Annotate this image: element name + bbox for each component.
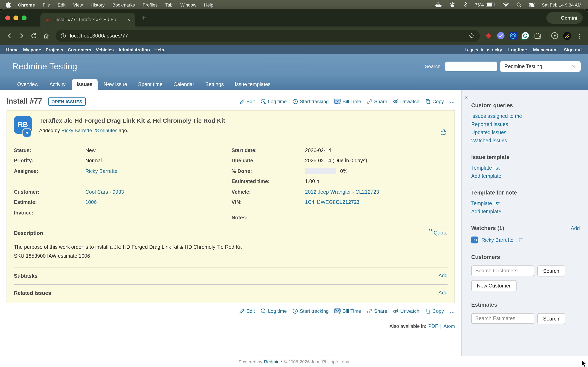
back-button[interactable] (3, 30, 16, 42)
docker-icon[interactable] (434, 2, 442, 8)
search-estimates-input[interactable] (471, 313, 534, 324)
battery-status[interactable]: 75% (475, 2, 495, 7)
thumbs-up-icon[interactable] (440, 128, 447, 135)
query-issues-assigned[interactable]: Issues assigned to me (471, 113, 580, 119)
extension-at-icon[interactable] (509, 32, 517, 40)
customer-value[interactable]: Cool Cars - 9933 (85, 189, 124, 195)
search-customers-button[interactable]: Search (537, 266, 565, 276)
delete-watcher-trash-icon[interactable] (518, 237, 523, 243)
home-button[interactable] (40, 30, 52, 42)
edit-link-bottom[interactable]: Edit (239, 308, 255, 314)
menu-view[interactable]: View (73, 2, 83, 7)
atom-link[interactable]: Atom (443, 323, 455, 329)
extensions-puzzle-icon[interactable] (534, 32, 541, 40)
tab-issue-templates[interactable]: Issue templates (230, 79, 276, 90)
quote-link[interactable]: ” Quote (429, 230, 448, 236)
menu-bookmarks[interactable]: Bookmarks (112, 2, 135, 7)
search-estimates-button[interactable]: Search (537, 313, 565, 324)
topmenu-vehicles[interactable]: Vehicles (96, 47, 114, 52)
author-link[interactable]: Ricky Barrette (61, 128, 92, 133)
created-time-link[interactable]: 28 minutes (94, 128, 117, 133)
topmenu-administration[interactable]: Administration (118, 47, 150, 52)
bookmark-star-icon[interactable] (468, 33, 475, 39)
tab-activity[interactable]: Activity (44, 79, 70, 90)
log-time-link[interactable]: Log time (260, 99, 287, 104)
project-jump-select[interactable]: Redmine Testing (500, 61, 581, 72)
query-watched-issues[interactable]: Watched issues (471, 138, 580, 143)
search-input[interactable] (445, 62, 497, 71)
topmenu-log-time[interactable]: Log time (508, 47, 527, 52)
sidebar-collapse-icon[interactable]: » (465, 93, 468, 100)
seahorse-icon[interactable] (462, 2, 468, 8)
menu-help[interactable]: Help (204, 2, 213, 7)
note-template-add-link[interactable]: Add template (471, 209, 580, 215)
window-zoom-button[interactable] (22, 16, 26, 20)
menu-profiles[interactable]: Profiles (143, 2, 157, 7)
site-info-icon[interactable] (61, 33, 66, 39)
menu-history[interactable]: History (91, 2, 104, 7)
wifi-icon[interactable] (503, 2, 509, 7)
start-tracking-link[interactable]: Start tracking (292, 99, 329, 104)
search-customers-input[interactable] (471, 266, 534, 276)
tab-calendar[interactable]: Calendar (169, 79, 199, 90)
spotlight-search-icon[interactable] (516, 2, 522, 8)
tab-close-icon[interactable]: × (126, 17, 131, 23)
topmenu-my-account[interactable]: My account (533, 47, 558, 52)
assignee-value[interactable]: Ricky Barrette (85, 168, 117, 174)
menu-edit[interactable]: Edit (58, 2, 66, 7)
menu-bar-clock[interactable]: Sat Feb 14 9:34 AM (542, 2, 581, 7)
topmenu-sign-out[interactable]: Sign out (564, 47, 582, 52)
tab-overview[interactable]: Overview (12, 79, 43, 90)
menu-app-name[interactable]: Chrome (18, 2, 35, 7)
subtasks-add-link[interactable]: Add (439, 273, 448, 278)
menu-tab[interactable]: Tab (165, 2, 173, 7)
query-updated-issues[interactable]: Updated issues (471, 130, 580, 135)
tab-settings[interactable]: Settings (200, 79, 229, 90)
start-tracking-link-bottom[interactable]: Start tracking (292, 308, 329, 314)
browser-tab[interactable]: Install #77: Teraflex Jk: Hd Fo × (40, 13, 135, 26)
new-tab-button[interactable]: + (142, 14, 146, 22)
bill-time-link[interactable]: Bill Time (334, 99, 361, 104)
profile-avatar[interactable] (563, 32, 571, 40)
extension-purple-icon[interactable] (497, 32, 505, 40)
forward-button[interactable] (16, 30, 28, 42)
watcher-name-link[interactable]: Ricky Barrette (481, 237, 513, 243)
bill-time-link-bottom[interactable]: Bill Time (334, 308, 361, 314)
estimate-value[interactable]: 1006 (85, 200, 97, 205)
vin-value[interactable]: 1C4HJWEG8CL212723 (305, 200, 360, 205)
topmenu-my-page[interactable]: My page (23, 47, 41, 52)
topmenu-customers[interactable]: Customers (68, 47, 91, 52)
query-reported-issues[interactable]: Reported issues (471, 122, 580, 127)
battery-saver-icon[interactable] (551, 32, 559, 40)
apple-logo-icon[interactable] (6, 2, 11, 8)
unwatch-link[interactable]: Unwatch (393, 99, 419, 104)
topmenu-help[interactable]: Help (154, 47, 164, 52)
extension-red-icon[interactable] (485, 32, 493, 40)
window-close-button[interactable] (5, 16, 10, 20)
more-actions-link-bottom[interactable]: … (450, 308, 455, 314)
menu-window[interactable]: Window (180, 2, 196, 7)
topmenu-projects[interactable]: Projects (45, 47, 63, 52)
issue-template-add-link[interactable]: Add template (471, 173, 580, 179)
copy-link[interactable]: Copy (425, 99, 444, 104)
reload-button[interactable] (28, 30, 40, 42)
related-issues-add-link[interactable]: Add (439, 290, 448, 296)
share-link[interactable]: Share (367, 99, 387, 104)
grammarly-extension-icon[interactable] (521, 32, 529, 40)
tab-spent-time[interactable]: Spent time (133, 79, 168, 90)
window-minimize-button[interactable] (13, 16, 18, 20)
address-bar[interactable]: localhost:3000/issues/77 (56, 30, 480, 42)
unwatch-link-bottom[interactable]: Unwatch (393, 308, 419, 314)
issue-template-list-link[interactable]: Template list (471, 165, 580, 171)
edit-link[interactable]: Edit (239, 99, 255, 104)
note-template-list-link[interactable]: Template list (471, 201, 580, 206)
log-time-link-bottom[interactable]: Log time (260, 308, 287, 314)
tab-issues[interactable]: Issues (72, 79, 97, 90)
paw-icon[interactable] (449, 2, 455, 8)
menu-file[interactable]: File (43, 2, 50, 7)
pdf-link[interactable]: PDF (428, 323, 438, 329)
more-actions-link[interactable]: … (450, 98, 455, 104)
redmine-link[interactable]: Redmine (264, 359, 282, 364)
copy-link-bottom[interactable]: Copy (425, 308, 444, 314)
chrome-menu-icon[interactable]: ⋮ (576, 33, 583, 39)
